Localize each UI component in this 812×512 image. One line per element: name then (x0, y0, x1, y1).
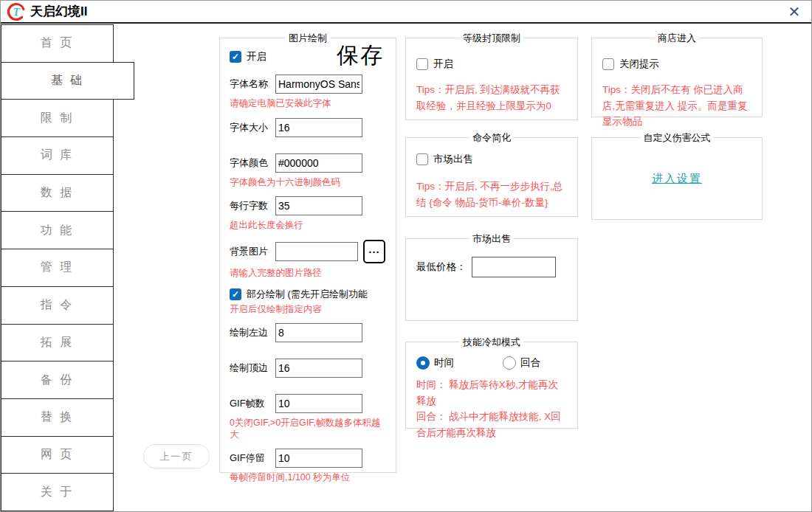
shop-tip-checkbox-label: 关闭提示 (619, 58, 659, 71)
skill-cooldown-tips: 时间： 释放后等待X秒,才能再次释放 回合： 战斗中才能释放技能, X回合后才能… (416, 377, 567, 440)
shop-tip-checkbox-row[interactable]: ✓ 关闭提示 (602, 58, 751, 71)
chars-per-line-label: 每行字数 (230, 199, 275, 212)
panel-damage-formula: 自定义伤害公式 进入设置 (591, 137, 763, 220)
font-size-label: 字体大小 (230, 121, 275, 134)
partial-draw-checkbox-row[interactable]: ✓ 部分绘制 (需先开启绘制功能 (230, 288, 386, 301)
panel-damage-formula-title: 自定义伤害公式 (641, 132, 714, 143)
radio-round-label: 回合 (520, 356, 540, 370)
sidebar-item-basic[interactable]: 基 础 (1, 62, 134, 100)
radio-selected-icon[interactable] (416, 356, 430, 370)
sidebar-item-features[interactable]: 功 能 (1, 211, 114, 249)
partial-draw-hint: 开启后仅绘制指定内容 (230, 304, 386, 316)
min-price-input[interactable] (472, 257, 556, 277)
shop-entry-tips: Tips：关闭后不在有 你已进入商店,无需重复进入 提示。而是重复显示物品 (602, 82, 751, 130)
main-content: 图片绘制 保存 ✓ 开启 字体名称 请确定电脑已安装此字体 字体大小 字体颜色 … (114, 25, 811, 511)
checkbox-unchecked-icon[interactable]: ✓ (416, 153, 428, 165)
sidebar-item-about[interactable]: 关 于 (1, 473, 114, 511)
chars-per-line-hint: 超出此长度会换行 (230, 220, 386, 232)
font-color-hint: 字体颜色为十六进制颜色码 (230, 177, 386, 189)
close-icon[interactable]: ✕ (783, 1, 805, 22)
sidebar-item-limit[interactable]: 限 制 (1, 99, 114, 137)
panel-market-sell: 市场出售 最低价格： (405, 238, 578, 321)
font-name-input[interactable] (275, 75, 362, 94)
sidebar-item-commands[interactable]: 指 令 (1, 286, 114, 325)
level-cap-checkbox-row[interactable]: ✓ 开启 (416, 58, 567, 71)
font-color-label: 字体颜色 (230, 156, 275, 170)
save-button[interactable]: 保存 (337, 41, 384, 71)
sidebar-item-extend[interactable]: 拓 展 (1, 324, 114, 362)
bg-image-label: 背景图片 (230, 245, 275, 258)
chars-per-line-input[interactable] (275, 196, 362, 215)
enable-draw-label: 开启 (247, 50, 266, 63)
app-window: T 天启幻境II ✕ 首 页 基 础 限 制 词 库 数 据 功 能 管 理 指… (0, 0, 812, 512)
sidebar-item-replace[interactable]: 替 换 (1, 398, 114, 437)
level-cap-checkbox-label: 开启 (433, 58, 453, 71)
draw-top-input[interactable] (275, 359, 362, 378)
enter-settings-link[interactable]: 进入设置 (652, 172, 702, 186)
panel-skill-cooldown-title: 技能冷却模式 (460, 336, 523, 347)
market-sell-checkbox-label: 市场出售 (433, 153, 473, 166)
gif-frames-input[interactable] (275, 394, 362, 413)
command-simplify-tips: Tips：开启后, 不再一步步执行,总结 {命令 物品-货币-单价-数量} (416, 179, 567, 210)
partial-draw-label: 部分绘制 (需先开启绘制功能 (247, 288, 368, 301)
panel-level-cap-title: 等级封顶限制 (460, 32, 523, 44)
sidebar-item-manage[interactable]: 管 理 (1, 249, 114, 287)
panel-command-simplify: 命令简化 ✓ 市场出售 Tips：开启后, 不再一步步执行,总结 {命令 物品-… (405, 137, 578, 217)
min-price-label: 最低价格： (416, 260, 467, 274)
radio-round[interactable]: 回合 (503, 356, 540, 370)
gif-delay-label: GIF停留 (230, 452, 275, 465)
radio-time[interactable]: 时间 (416, 356, 454, 370)
svg-text:T: T (13, 6, 20, 18)
browse-button[interactable]: ... (363, 240, 385, 263)
panel-image-draw-title: 图片绘制 (286, 32, 330, 44)
panel-command-simplify-title: 命令简化 (469, 132, 514, 143)
sidebar-item-lexicon[interactable]: 词 库 (1, 136, 114, 175)
previous-page-button[interactable]: 上一页 (143, 444, 210, 468)
panel-shop-entry: 商店进入 ✓ 关闭提示 Tips：关闭后不在有 你已进入商店,无需重复进入 提示… (591, 38, 763, 117)
font-name-hint: 请确定电脑已安装此字体 (230, 98, 386, 110)
draw-left-input[interactable] (275, 323, 362, 342)
checkbox-unchecked-icon[interactable]: ✓ (602, 58, 614, 70)
sidebar: 首 页 基 础 限 制 词 库 数 据 功 能 管 理 指 令 拓 展 备 份 … (1, 25, 135, 511)
panel-skill-cooldown: 技能冷却模式 时间 回合 时间： 释放后等待X秒,才能再次释放 回合： 战斗中才… (405, 342, 578, 429)
font-color-input[interactable] (275, 153, 362, 173)
checkbox-checked-icon[interactable]: ✓ (230, 51, 241, 63)
font-name-label: 字体名称 (230, 77, 275, 91)
level-cap-tips: Tips：开启后, 到达满级就不再获取经验，并且经验上限显示为0 (416, 82, 567, 114)
market-sell-checkbox-row[interactable]: ✓ 市场出售 (416, 153, 567, 166)
sidebar-item-webpage[interactable]: 网 页 (1, 436, 114, 474)
panel-market-sell-title: 市场出售 (469, 233, 514, 244)
app-logo-icon: T (7, 2, 26, 21)
bg-image-hint: 请输入完整的图片路径 (230, 268, 386, 280)
panel-image-draw: 图片绘制 保存 ✓ 开启 字体名称 请确定电脑已安装此字体 字体大小 字体颜色 … (219, 38, 396, 473)
font-size-input[interactable] (275, 118, 362, 137)
draw-top-label: 绘制顶边 (230, 361, 275, 375)
draw-left-label: 绘制左边 (230, 326, 275, 339)
gif-delay-input[interactable] (275, 449, 362, 468)
gif-frames-label: GIF帧数 (230, 397, 275, 410)
radio-time-label: 时间 (434, 356, 454, 370)
panel-level-cap: 等级封顶限制 ✓ 开启 Tips：开启后, 到达满级就不再获取经验，并且经验上限… (405, 38, 578, 120)
sidebar-item-home[interactable]: 首 页 (1, 24, 114, 63)
sidebar-item-backup[interactable]: 备 份 (1, 361, 114, 399)
sidebar-item-data[interactable]: 数 据 (1, 174, 114, 212)
bg-image-input[interactable] (275, 242, 358, 261)
checkbox-unchecked-icon[interactable]: ✓ (416, 58, 428, 70)
title-bar: T 天启幻境II ✕ (1, 1, 811, 24)
gif-frames-hint: 0关闭GIF,>0开启GIF,帧数越多体积越大 (230, 418, 386, 440)
app-title: 天启幻境II (30, 3, 87, 20)
gif-delay-hint: 每帧停留时间,1/100 秒为单位 (230, 472, 386, 484)
radio-unselected-icon[interactable] (503, 356, 516, 370)
checkbox-checked-icon[interactable]: ✓ (230, 288, 241, 300)
panel-shop-entry-title: 商店进入 (655, 32, 699, 44)
